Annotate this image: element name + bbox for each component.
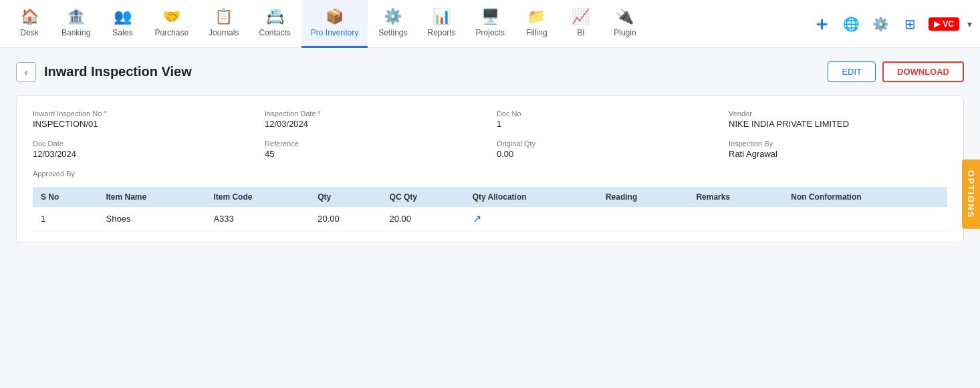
page-header-left: ‹ Inward Inspection View	[16, 62, 192, 82]
field-original-qty: Original Qty 0.00	[497, 140, 715, 159]
field-doc-no: Doc No 1	[497, 110, 715, 129]
vendor-label: Vendor	[729, 110, 947, 118]
nav-item-settings[interactable]: ⚙️ Settings	[369, 0, 416, 48]
nav-label-sales: Sales	[112, 28, 132, 37]
nav-label-contacts: Contacts	[259, 28, 290, 37]
cell-reading	[598, 207, 689, 231]
col-header-qc-qty: QC Qty	[382, 187, 465, 207]
col-header-s-no: S No	[33, 187, 98, 207]
col-header-remarks: Remarks	[688, 187, 783, 207]
nav-item-desk[interactable]: 🏠 Desk	[8, 0, 51, 48]
filling-icon: 📁	[527, 8, 545, 25]
settings-icon: ⚙️	[384, 8, 402, 25]
form-grid-row1: Inward Inspection No * INSPECTION/01 Ins…	[33, 110, 947, 129]
table-header: S No Item Name Item Code Qty QC Qty Qty …	[33, 187, 947, 207]
nav-label-bi: BI	[577, 28, 584, 37]
table-body: 1 Shoes A333 20.00 20.00 ↗	[33, 207, 947, 231]
contacts-icon: 📇	[266, 8, 284, 25]
cell-qc-qty: 20.00	[382, 207, 465, 231]
nav-item-plugin[interactable]: 🔌 Plugin	[604, 0, 646, 48]
download-button[interactable]: DOWNLOAD	[882, 61, 964, 82]
plugin-icon: 🔌	[616, 8, 634, 25]
pro-inventory-icon: 📦	[326, 8, 344, 25]
nav-label-banking: Banking	[62, 28, 90, 37]
col-header-reading: Reading	[598, 187, 689, 207]
nav-item-reports[interactable]: 📊 Reports	[418, 0, 465, 48]
col-header-qty-allocation: Qty Allocation	[465, 187, 598, 207]
sales-icon: 👥	[114, 8, 132, 25]
doc-no-label: Doc No	[497, 110, 715, 118]
nav-label-journals: Journals	[209, 28, 239, 37]
nav-label-purchase: Purchase	[154, 28, 189, 37]
table-row: 1 Shoes A333 20.00 20.00 ↗	[33, 207, 947, 231]
field-inspection-by: Inspection By Rati Agrawal	[729, 140, 947, 159]
purchase-icon: 🤝	[162, 8, 180, 25]
globe-icon[interactable]: 🌐	[840, 13, 862, 35]
field-doc-date: Doc Date 12/03/2024	[33, 140, 251, 159]
inspection-table: S No Item Name Item Code Qty QC Qty Qty …	[33, 187, 947, 231]
nav-item-purchase[interactable]: 🤝 Purchase	[145, 0, 198, 48]
table-header-row: S No Item Name Item Code Qty QC Qty Qty …	[33, 187, 947, 207]
nav-item-journals[interactable]: 📋 Journals	[199, 0, 248, 48]
col-header-item-code: Item Code	[205, 187, 310, 207]
settings-gear-icon[interactable]: ⚙️	[870, 13, 891, 35]
field-vendor: Vendor NIKE INDIA PRIVATE LIMITED	[729, 110, 947, 129]
nav-label-filling: Filling	[526, 28, 547, 37]
page-title: Inward Inspection View	[44, 64, 192, 79]
options-sidebar[interactable]: OPTIONS	[962, 159, 980, 229]
desk-icon: 🏠	[21, 8, 39, 25]
projects-icon: 🖥️	[481, 8, 499, 25]
inspection-by-value: Rati Agrawal	[729, 149, 947, 159]
field-inspection-date: Inspection Date * 12/03/2024	[265, 110, 483, 129]
inspection-by-label: Inspection By	[729, 140, 947, 148]
bi-icon: 📈	[572, 8, 590, 25]
original-qty-value: 0.00	[497, 149, 715, 159]
field-reference: Reference 45	[265, 140, 483, 159]
nav-item-contacts[interactable]: 📇 Contacts	[249, 0, 299, 48]
youtube-button[interactable]: ▶ VC	[929, 17, 959, 31]
add-button[interactable]: ＋	[811, 13, 832, 35]
inspection-date-value: 12/03/2024	[265, 119, 483, 129]
reports-icon: 📊	[433, 8, 451, 25]
inward-inspection-no-value: INSPECTION/01	[33, 119, 251, 129]
page-header-right: EDIT DOWNLOAD	[828, 61, 964, 82]
inspection-date-label: Inspection Date *	[265, 110, 483, 118]
nav-item-bi[interactable]: 📈 BI	[560, 0, 602, 48]
nav-item-filling[interactable]: 📁 Filling	[515, 0, 558, 48]
cell-qty: 20.00	[310, 207, 381, 231]
journals-icon: 📋	[215, 8, 233, 25]
nav-item-projects[interactable]: 🖥️ Projects	[467, 0, 514, 48]
col-header-qty: Qty	[310, 187, 381, 207]
doc-date-value: 12/03/2024	[33, 149, 251, 159]
nav-items: 🏠 Desk 🏦 Banking 👥 Sales 🤝 Purchase 📋 Jo…	[8, 0, 811, 48]
nav-item-banking[interactable]: 🏦 Banking	[52, 0, 100, 48]
cell-item-code: A333	[205, 207, 310, 231]
back-button[interactable]: ‹	[16, 62, 36, 82]
nav-right: ＋ 🌐 ⚙️ ⊞ ▶ VC ▾	[811, 13, 972, 35]
edit-button[interactable]: EDIT	[828, 61, 876, 82]
doc-date-label: Doc Date	[33, 140, 251, 148]
youtube-label: VC	[943, 19, 954, 29]
doc-no-value: 1	[497, 119, 715, 129]
grid-icon[interactable]: ⊞	[899, 13, 921, 35]
nav-label-plugin: Plugin	[614, 28, 636, 37]
main-content: ‹ Inward Inspection View EDIT DOWNLOAD I…	[0, 48, 980, 388]
nav-label-projects: Projects	[476, 28, 505, 37]
youtube-icon: ▶	[934, 19, 940, 29]
col-header-non-conformation: Non Conformation	[783, 187, 947, 207]
nav-label-settings: Settings	[378, 28, 407, 37]
dropdown-arrow-icon[interactable]: ▾	[967, 19, 972, 29]
page-header: ‹ Inward Inspection View EDIT DOWNLOAD	[16, 61, 964, 82]
cell-qty-allocation[interactable]: ↗	[465, 207, 598, 231]
col-header-item-name: Item Name	[98, 187, 206, 207]
nav-item-pro-inventory[interactable]: 📦 Pro Inventory	[301, 0, 368, 48]
approved-by-label: Approved By	[33, 170, 947, 178]
field-inward-inspection-no: Inward Inspection No * INSPECTION/01	[33, 110, 251, 129]
top-navigation: 🏠 Desk 🏦 Banking 👥 Sales 🤝 Purchase 📋 Jo…	[0, 0, 980, 48]
cell-s-no: 1	[33, 207, 98, 231]
cell-non-conformation	[783, 207, 947, 231]
qty-allocation-link-icon[interactable]: ↗	[473, 213, 481, 224]
nav-item-sales[interactable]: 👥 Sales	[101, 0, 144, 48]
inward-inspection-no-label: Inward Inspection No *	[33, 110, 251, 118]
banking-icon: 🏦	[67, 8, 85, 25]
